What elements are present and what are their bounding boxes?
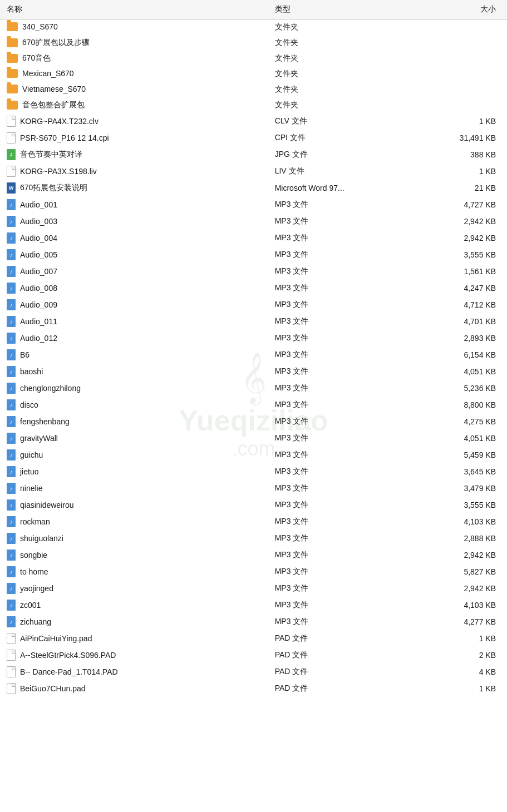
- file-icon: [7, 499, 16, 511]
- file-icon: [7, 633, 16, 644]
- table-row[interactable]: jietuoMP3 文件3,645 KB: [0, 463, 507, 480]
- table-row[interactable]: ninelieMP3 文件3,479 KB: [0, 480, 507, 497]
- table-row[interactable]: Audio_001MP3 文件4,727 KB: [0, 196, 507, 213]
- file-size-cell: 6,154 KB: [402, 346, 508, 363]
- table-row[interactable]: zichuangMP3 文件4,277 KB: [0, 613, 507, 630]
- table-row[interactable]: Mexican_S670文件夹: [0, 66, 507, 82]
- file-type-cell: MP3 文件: [268, 463, 402, 480]
- file-type-cell: JPG 文件: [268, 146, 402, 163]
- file-icon: [7, 433, 16, 444]
- table-row[interactable]: Audio_005MP3 文件3,555 KB: [0, 246, 507, 263]
- file-list-table: 名称 类型 大小 340_S670文件夹670扩展包以及步骤文件夹670音色文件…: [0, 0, 507, 697]
- file-name-cell: Audio_011: [0, 313, 268, 330]
- file-icon: [7, 116, 16, 127]
- file-type-cell: CPI 文件: [268, 130, 402, 146]
- file-name-text: Audio_001: [20, 200, 57, 209]
- table-row[interactable]: to homeMP3 文件5,827 KB: [0, 563, 507, 580]
- table-row[interactable]: fengshenbangMP3 文件4,275 KB: [0, 413, 507, 430]
- file-name-text: AiPinCaiHuiYing.pad: [20, 634, 92, 643]
- file-size-cell: 21 KB: [402, 180, 508, 196]
- table-row[interactable]: AiPinCaiHuiYing.padPAD 文件1 KB: [0, 630, 507, 647]
- file-name-cell: KORG~PA3X.S198.liv: [0, 163, 268, 180]
- file-name-cell: B-- Dance-Pad_1.T014.PAD: [0, 664, 268, 680]
- file-type-cell: MP3 文件: [268, 230, 402, 246]
- table-row[interactable]: KORG~PA4X.T232.clvCLV 文件1 KB: [0, 113, 507, 130]
- file-name-text: yaojinged: [20, 584, 53, 593]
- table-row[interactable]: Vietnamese_S670文件夹: [0, 82, 507, 97]
- file-icon: [7, 266, 16, 277]
- file-icon: [7, 132, 16, 143]
- col-header-size: 大小: [402, 0, 508, 19]
- table-row[interactable]: songbieMP3 文件2,942 KB: [0, 547, 507, 563]
- file-size-cell: 4,103 KB: [402, 597, 508, 613]
- table-row[interactable]: B6MP3 文件6,154 KB: [0, 346, 507, 363]
- table-row[interactable]: chenglongzhilongMP3 文件5,236 KB: [0, 380, 507, 397]
- table-row[interactable]: 340_S670文件夹: [0, 19, 507, 36]
- file-name-cell: 670扩展包以及步骤: [0, 35, 268, 51]
- file-name-text: KORG~PA3X.S198.liv: [20, 167, 97, 176]
- table-row[interactable]: guichuMP3 文件5,459 KB: [0, 447, 507, 463]
- table-row[interactable]: Audio_009MP3 文件4,712 KB: [0, 296, 507, 313]
- file-name-text: zichuang: [20, 617, 51, 626]
- file-name-cell: A--SteelGtrPick4.S096.PAD: [0, 647, 268, 664]
- table-row[interactable]: shuiguolanziMP3 文件2,888 KB: [0, 530, 507, 547]
- file-icon: [7, 416, 16, 427]
- file-name-cell: zichuang: [0, 613, 268, 630]
- file-type-cell: MP3 文件: [268, 447, 402, 463]
- file-type-cell: MP3 文件: [268, 613, 402, 630]
- table-row[interactable]: Audio_003MP3 文件2,942 KB: [0, 213, 507, 230]
- file-name-text: Mexican_S670: [22, 69, 74, 78]
- file-size-cell: 3,479 KB: [402, 480, 508, 497]
- table-row[interactable]: 音色节奏中英对译JPG 文件388 KB: [0, 146, 507, 163]
- file-name-text: jietuo: [20, 467, 38, 476]
- file-size-cell: 388 KB: [402, 146, 508, 163]
- file-name-text: PSR-S670_P16 12 14.cpi: [20, 133, 109, 142]
- table-row[interactable]: 670扩展包以及步骤文件夹: [0, 35, 507, 51]
- file-icon: [7, 166, 16, 177]
- table-row[interactable]: discoMP3 文件8,800 KB: [0, 397, 507, 413]
- file-icon: [7, 199, 16, 210]
- table-row[interactable]: A--SteelGtrPick4.S096.PADPAD 文件2 KB: [0, 647, 507, 664]
- file-icon: [7, 216, 16, 227]
- file-type-cell: PAD 文件: [268, 647, 402, 664]
- table-row[interactable]: PSR-S670_P16 12 14.cpiCPI 文件31,491 KB: [0, 130, 507, 146]
- table-row[interactable]: KORG~PA3X.S198.livLIV 文件1 KB: [0, 163, 507, 180]
- file-icon: [7, 683, 16, 694]
- table-row[interactable]: Audio_012MP3 文件2,893 KB: [0, 330, 507, 346]
- table-row[interactable]: BeiGuo7CHun.padPAD 文件1 KB: [0, 680, 507, 697]
- table-row[interactable]: Audio_004MP3 文件2,942 KB: [0, 230, 507, 246]
- file-icon: [7, 549, 16, 561]
- file-icon: [7, 466, 16, 477]
- table-row[interactable]: 音色包整合扩展包文件夹: [0, 97, 507, 113]
- table-row[interactable]: yaojingedMP3 文件2,942 KB: [0, 580, 507, 597]
- file-name-text: chenglongzhilong: [20, 384, 81, 393]
- file-name-cell: Audio_007: [0, 263, 268, 280]
- file-size-cell: 3,555 KB: [402, 497, 508, 513]
- file-type-cell: MP3 文件: [268, 413, 402, 430]
- file-name-text: Audio_012: [20, 334, 57, 343]
- table-row[interactable]: Audio_008MP3 文件4,247 KB: [0, 280, 507, 296]
- file-type-cell: PAD 文件: [268, 680, 402, 697]
- file-size-cell: 4,277 KB: [402, 613, 508, 630]
- table-row[interactable]: zc001MP3 文件4,103 KB: [0, 597, 507, 613]
- table-row[interactable]: qiasinideweirouMP3 文件3,555 KB: [0, 497, 507, 513]
- file-name-cell: 音色包整合扩展包: [0, 97, 268, 113]
- table-row[interactable]: baoshiMP3 文件4,051 KB: [0, 363, 507, 380]
- file-size-cell: 1 KB: [402, 163, 508, 180]
- table-row[interactable]: 670拓展包安装说明Microsoft Word 97...21 KB: [0, 180, 507, 196]
- table-row[interactable]: gravityWallMP3 文件4,051 KB: [0, 430, 507, 447]
- file-type-cell: MP3 文件: [268, 597, 402, 613]
- file-name-cell: B6: [0, 346, 268, 363]
- table-row[interactable]: B-- Dance-Pad_1.T014.PADPAD 文件4 KB: [0, 664, 507, 680]
- file-icon: [7, 283, 16, 294]
- table-row[interactable]: rockmanMP3 文件4,103 KB: [0, 513, 507, 530]
- table-row[interactable]: Audio_007MP3 文件1,561 KB: [0, 263, 507, 280]
- table-row[interactable]: Audio_011MP3 文件4,701 KB: [0, 313, 507, 330]
- file-icon: [7, 600, 16, 611]
- file-size-cell: 3,555 KB: [402, 246, 508, 263]
- file-name-text: B-- Dance-Pad_1.T014.PAD: [20, 667, 118, 676]
- file-name-cell: Audio_008: [0, 280, 268, 296]
- table-row[interactable]: 670音色文件夹: [0, 51, 507, 66]
- file-name-text: Audio_007: [20, 267, 57, 276]
- file-size-cell: 1 KB: [402, 113, 508, 130]
